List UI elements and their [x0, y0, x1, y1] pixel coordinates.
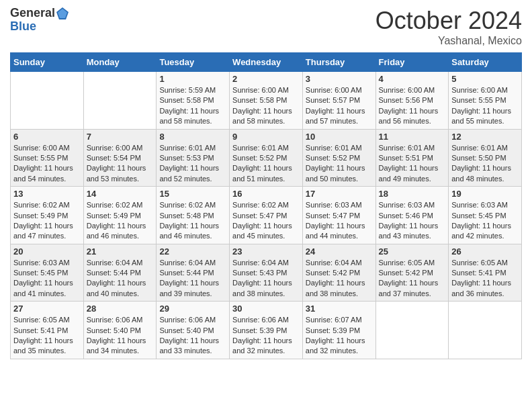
day-number: 21 — [87, 246, 154, 257]
day-info: Sunrise: 6:03 AMSunset: 5:46 PMDaylight:… — [379, 200, 446, 242]
day-number: 8 — [159, 132, 226, 142]
day-cell: 30Sunrise: 6:06 AMSunset: 5:39 PMDayligh… — [230, 302, 303, 359]
day-number: 22 — [159, 246, 226, 257]
weekday-monday: Monday — [83, 53, 157, 72]
day-cell: 20Sunrise: 6:03 AMSunset: 5:45 PMDayligh… — [11, 244, 84, 302]
day-info: Sunrise: 6:06 AMSunset: 5:39 PMDaylight:… — [232, 315, 300, 357]
day-info: Sunrise: 6:01 AMSunset: 5:50 PMDaylight:… — [451, 143, 519, 185]
day-number: 11 — [379, 132, 446, 142]
day-number: 20 — [13, 246, 81, 257]
day-cell: 5Sunrise: 6:00 AMSunset: 5:55 PMDaylight… — [449, 72, 522, 130]
day-cell: 26Sunrise: 6:05 AMSunset: 5:41 PMDayligh… — [449, 244, 522, 302]
logo-icon — [56, 7, 69, 19]
day-number: 16 — [232, 189, 300, 199]
day-info: Sunrise: 6:01 AMSunset: 5:53 PMDaylight:… — [159, 143, 226, 185]
day-cell: 21Sunrise: 6:04 AMSunset: 5:44 PMDayligh… — [83, 244, 157, 302]
day-info: Sunrise: 5:59 AMSunset: 5:58 PMDaylight:… — [159, 85, 226, 127]
day-cell: 4Sunrise: 6:00 AMSunset: 5:56 PMDaylight… — [375, 72, 449, 130]
weekday-tuesday: Tuesday — [157, 53, 230, 72]
day-cell — [11, 72, 84, 130]
day-number: 26 — [451, 246, 519, 257]
day-cell: 23Sunrise: 6:04 AMSunset: 5:43 PMDayligh… — [230, 244, 303, 302]
day-info: Sunrise: 6:02 AMSunset: 5:48 PMDaylight:… — [159, 200, 226, 242]
week-row-3: 13Sunrise: 6:02 AMSunset: 5:49 PMDayligh… — [11, 187, 522, 244]
day-info: Sunrise: 6:04 AMSunset: 5:42 PMDaylight:… — [306, 258, 373, 300]
day-number: 23 — [232, 246, 300, 257]
calendar-body: 1Sunrise: 5:59 AMSunset: 5:58 PMDaylight… — [11, 72, 522, 359]
day-cell: 8Sunrise: 6:01 AMSunset: 5:53 PMDaylight… — [157, 129, 230, 187]
day-info: Sunrise: 6:02 AMSunset: 5:47 PMDaylight:… — [232, 200, 300, 242]
day-cell: 18Sunrise: 6:03 AMSunset: 5:46 PMDayligh… — [375, 187, 449, 244]
title-block: October 2024 Yashanal, Mexico — [375, 7, 522, 47]
day-number: 29 — [159, 304, 226, 314]
day-number: 30 — [232, 304, 300, 314]
day-number: 27 — [13, 304, 81, 314]
day-cell — [375, 302, 449, 359]
day-info: Sunrise: 6:03 AMSunset: 5:45 PMDaylight:… — [451, 200, 519, 242]
day-cell: 29Sunrise: 6:06 AMSunset: 5:40 PMDayligh… — [157, 302, 230, 359]
day-cell: 19Sunrise: 6:03 AMSunset: 5:45 PMDayligh… — [449, 187, 522, 244]
day-number: 25 — [379, 246, 446, 257]
day-cell: 31Sunrise: 6:07 AMSunset: 5:39 PMDayligh… — [302, 302, 375, 359]
day-number: 7 — [87, 132, 154, 142]
day-cell: 10Sunrise: 6:01 AMSunset: 5:52 PMDayligh… — [302, 129, 375, 187]
day-info: Sunrise: 6:03 AMSunset: 5:47 PMDaylight:… — [306, 200, 373, 242]
day-number: 6 — [13, 132, 81, 142]
day-number: 10 — [306, 132, 373, 142]
week-row-5: 27Sunrise: 6:05 AMSunset: 5:41 PMDayligh… — [11, 302, 522, 359]
day-number: 5 — [451, 74, 519, 84]
day-cell: 24Sunrise: 6:04 AMSunset: 5:42 PMDayligh… — [302, 244, 375, 302]
day-info: Sunrise: 6:01 AMSunset: 5:51 PMDaylight:… — [379, 143, 446, 185]
day-number: 12 — [451, 132, 519, 142]
day-info: Sunrise: 6:05 AMSunset: 5:41 PMDaylight:… — [451, 258, 519, 300]
day-cell: 28Sunrise: 6:06 AMSunset: 5:40 PMDayligh… — [83, 302, 157, 359]
day-info: Sunrise: 6:04 AMSunset: 5:44 PMDaylight:… — [87, 258, 154, 300]
day-info: Sunrise: 6:02 AMSunset: 5:49 PMDaylight:… — [87, 200, 154, 242]
day-info: Sunrise: 6:04 AMSunset: 5:43 PMDaylight:… — [232, 258, 300, 300]
day-info: Sunrise: 6:07 AMSunset: 5:39 PMDaylight:… — [306, 315, 373, 357]
day-cell: 22Sunrise: 6:04 AMSunset: 5:44 PMDayligh… — [157, 244, 230, 302]
day-info: Sunrise: 6:00 AMSunset: 5:54 PMDaylight:… — [87, 143, 154, 185]
day-cell: 1Sunrise: 5:59 AMSunset: 5:58 PMDaylight… — [157, 72, 230, 130]
day-info: Sunrise: 6:03 AMSunset: 5:45 PMDaylight:… — [13, 258, 81, 300]
day-number: 1 — [159, 74, 226, 84]
day-info: Sunrise: 6:01 AMSunset: 5:52 PMDaylight:… — [306, 143, 373, 185]
weekday-sunday: Sunday — [11, 53, 84, 72]
weekday-saturday: Saturday — [449, 53, 522, 72]
day-cell: 13Sunrise: 6:02 AMSunset: 5:49 PMDayligh… — [11, 187, 84, 244]
day-info: Sunrise: 6:06 AMSunset: 5:40 PMDaylight:… — [87, 315, 154, 357]
day-cell: 3Sunrise: 6:00 AMSunset: 5:57 PMDaylight… — [302, 72, 375, 130]
day-cell: 9Sunrise: 6:01 AMSunset: 5:52 PMDaylight… — [230, 129, 303, 187]
day-cell — [83, 72, 157, 130]
day-info: Sunrise: 6:04 AMSunset: 5:44 PMDaylight:… — [159, 258, 226, 300]
weekday-friday: Friday — [375, 53, 449, 72]
day-number: 31 — [306, 304, 373, 314]
page-header: General Blue October 2024 Yashanal, Mexi… — [10, 7, 522, 47]
week-row-4: 20Sunrise: 6:03 AMSunset: 5:45 PMDayligh… — [11, 244, 522, 302]
day-info: Sunrise: 6:02 AMSunset: 5:49 PMDaylight:… — [13, 200, 81, 242]
day-number: 2 — [232, 74, 300, 84]
day-cell: 15Sunrise: 6:02 AMSunset: 5:48 PMDayligh… — [157, 187, 230, 244]
day-info: Sunrise: 6:06 AMSunset: 5:40 PMDaylight:… — [159, 315, 226, 357]
day-number: 9 — [232, 132, 300, 142]
day-cell: 6Sunrise: 6:00 AMSunset: 5:55 PMDaylight… — [11, 129, 84, 187]
day-cell: 16Sunrise: 6:02 AMSunset: 5:47 PMDayligh… — [230, 187, 303, 244]
logo-general: General — [10, 7, 55, 20]
day-info: Sunrise: 6:00 AMSunset: 5:55 PMDaylight:… — [451, 85, 519, 127]
day-cell: 2Sunrise: 6:00 AMSunset: 5:58 PMDaylight… — [230, 72, 303, 130]
day-info: Sunrise: 6:00 AMSunset: 5:58 PMDaylight:… — [232, 85, 300, 127]
weekday-header-row: SundayMondayTuesdayWednesdayThursdayFrid… — [11, 53, 522, 72]
day-info: Sunrise: 6:05 AMSunset: 5:42 PMDaylight:… — [379, 258, 446, 300]
day-cell: 14Sunrise: 6:02 AMSunset: 5:49 PMDayligh… — [83, 187, 157, 244]
location: Yashanal, Mexico — [375, 35, 522, 47]
weekday-wednesday: Wednesday — [230, 53, 303, 72]
day-number: 17 — [306, 189, 373, 199]
day-info: Sunrise: 6:01 AMSunset: 5:52 PMDaylight:… — [232, 143, 300, 185]
day-number: 14 — [87, 189, 154, 199]
day-number: 15 — [159, 189, 226, 199]
day-cell: 25Sunrise: 6:05 AMSunset: 5:42 PMDayligh… — [375, 244, 449, 302]
week-row-2: 6Sunrise: 6:00 AMSunset: 5:55 PMDaylight… — [11, 129, 522, 187]
day-info: Sunrise: 6:05 AMSunset: 5:41 PMDaylight:… — [13, 315, 81, 357]
week-row-1: 1Sunrise: 5:59 AMSunset: 5:58 PMDaylight… — [11, 72, 522, 130]
day-number: 28 — [87, 304, 154, 314]
